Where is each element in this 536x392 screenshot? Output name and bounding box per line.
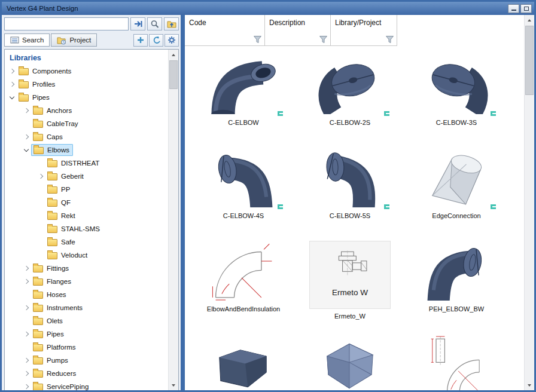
arrow-up-icon — [172, 54, 175, 56]
grid-item-peh-elbow-bw[interactable]: PEH_ELBOW_BW — [403, 240, 510, 333]
tree-item-stahl-sms[interactable]: STAHL-SMS — [5, 222, 168, 235]
chevron-right-icon[interactable] — [22, 330, 31, 339]
grid-item-ermeto-w[interactable]: Ermeto W Ermeto_W — [297, 240, 403, 333]
tree-item-platforms[interactable]: Platforms — [5, 341, 168, 354]
tree-item-pumps[interactable]: Pumps — [5, 354, 168, 367]
tree-item-servicepiping[interactable]: ServicePiping — [5, 380, 168, 390]
tree-item-fittings[interactable]: Fittings — [5, 262, 168, 275]
elbow-3d-image — [422, 56, 491, 114]
tree-item-safe[interactable]: Safe — [5, 235, 168, 249]
grid-item-edgeconnection[interactable]: EdgeConnection — [403, 146, 510, 240]
tree-item-cabletray[interactable]: CableTray — [5, 117, 168, 130]
grid-item-c-elbow-3s[interactable]: C-ELBOW-3S — [403, 53, 510, 146]
chevron-right-icon[interactable] — [22, 277, 31, 286]
folder-icon — [47, 173, 57, 180]
chevron-right-icon[interactable] — [22, 264, 31, 273]
chevron-right-icon[interactable] — [22, 356, 31, 365]
chevron-right-icon[interactable] — [22, 106, 31, 115]
folder-icon — [47, 252, 57, 259]
project-folder-icon — [57, 36, 66, 45]
scroll-up-button[interactable] — [169, 50, 178, 60]
tree-item-distrheat[interactable]: DISTRHEAT — [5, 157, 168, 170]
scrollbar-thumb[interactable] — [525, 26, 534, 95]
tree-item-profiles[interactable]: Profiles — [5, 78, 168, 91]
tab-project[interactable]: Project — [51, 33, 97, 47]
tree-item-label: Platforms — [46, 344, 76, 351]
tree-item-pipes-sub[interactable]: Pipes — [5, 327, 168, 341]
scroll-down-button[interactable] — [169, 380, 178, 390]
tree-scrollbar[interactable] — [168, 50, 178, 390]
scroll-down-button[interactable] — [525, 380, 534, 390]
chevron-placeholder — [36, 251, 45, 260]
chevron-placeholder — [36, 159, 45, 168]
tree-item-reducers[interactable]: Reducers — [5, 367, 168, 380]
refresh-icon — [152, 36, 161, 44]
chevron-right-icon[interactable] — [8, 80, 17, 89]
grid-item-elbowandbendinsulation[interactable]: ElbowAndBendInsulation — [190, 240, 297, 333]
scroll-up-button[interactable] — [525, 15, 534, 25]
settings-button[interactable] — [165, 34, 179, 47]
scrollbar-thumb[interactable] — [169, 60, 178, 89]
grid-item-c-elbow-4s[interactable]: C-ELBOW-4S — [190, 146, 297, 240]
tree-item-geberit[interactable]: Geberit — [5, 170, 168, 183]
content-scrollbar[interactable] — [524, 15, 534, 390]
folder-icon — [47, 160, 57, 167]
tree-item-instruments[interactable]: Instruments — [5, 301, 168, 314]
tree-item-elbows[interactable]: Elbows — [5, 143, 168, 157]
chevron-right-icon[interactable] — [22, 382, 31, 391]
grid-item-c-elbow-2s[interactable]: C-ELBOW-2S — [297, 53, 403, 146]
maximize-button[interactable] — [520, 4, 532, 13]
filter-icon[interactable] — [385, 35, 394, 44]
chevron-down-icon[interactable] — [8, 93, 17, 102]
chevron-right-icon[interactable] — [22, 304, 31, 313]
grid-item-c-elbow-5s[interactable]: C-ELBOW-5S — [297, 146, 403, 240]
tree-item-anchors[interactable]: Anchors — [5, 104, 168, 117]
tree-item-rekt[interactable]: Rekt — [5, 209, 168, 222]
column-header-library-project[interactable]: Library/Project — [331, 15, 397, 46]
minimize-button[interactable] — [508, 4, 519, 13]
column-header-code[interactable]: Code — [185, 15, 265, 46]
search-button[interactable] — [147, 17, 162, 30]
add-button[interactable] — [133, 34, 148, 47]
grid-item-partial-1[interactable] — [190, 333, 297, 390]
chevron-right-icon[interactable] — [22, 369, 31, 378]
tree-item-flanges[interactable]: Flanges — [5, 275, 168, 288]
folder-up-button[interactable] — [164, 17, 179, 30]
library-tree: Libraries Components Profiles Pipes Anch… — [5, 50, 168, 390]
chevron-placeholder — [22, 343, 31, 352]
component-grid-area: C-ELBOW C-ELBOW-2S — [185, 46, 534, 390]
column-header-description[interactable]: Description — [265, 15, 331, 46]
tree-item-pipes[interactable]: Pipes — [5, 91, 168, 104]
tree-item-qf[interactable]: QF — [5, 196, 168, 209]
grid-item-partial-3[interactable] — [403, 333, 510, 390]
tree-item-olets[interactable]: Olets — [5, 314, 168, 327]
chevron-right-icon[interactable] — [8, 67, 17, 76]
grid-item-c-elbow[interactable]: C-ELBOW — [190, 53, 297, 146]
filter-icon[interactable] — [253, 35, 262, 44]
chevron-down-icon[interactable] — [22, 146, 31, 155]
tree-item-label: Reducers — [46, 370, 76, 377]
library-browser-panel: Search Project Libraries Components Prof… — [2, 15, 181, 390]
folder-icon — [33, 292, 43, 299]
tree-item-components[interactable]: Components — [5, 65, 168, 78]
folder-icon — [33, 357, 43, 365]
go-button[interactable] — [130, 17, 145, 30]
tab-search[interactable]: Search — [4, 33, 50, 47]
chevron-placeholder — [22, 120, 31, 128]
column-label: Description — [269, 19, 305, 27]
thumbnail-c-elbow-4s — [199, 146, 288, 210]
refresh-button[interactable] — [149, 34, 163, 47]
search-input[interactable] — [4, 17, 129, 30]
chevron-right-icon[interactable] — [36, 172, 45, 181]
tree-item-caps[interactable]: Caps — [5, 130, 168, 143]
selected-item-highlight[interactable]: Elbows — [31, 144, 73, 156]
grid-item-partial-2[interactable] — [297, 333, 403, 390]
tree-item-veloduct[interactable]: Veloduct — [5, 249, 168, 262]
filter-icon[interactable] — [319, 35, 328, 44]
chevron-right-icon[interactable] — [22, 133, 31, 142]
component-badge-icon — [384, 204, 389, 209]
panel-splitter[interactable] — [181, 15, 185, 390]
tree-item-label: Rekt — [60, 212, 75, 219]
tree-item-pp[interactable]: PP — [5, 183, 168, 196]
tree-item-hoses[interactable]: Hoses — [5, 288, 168, 301]
